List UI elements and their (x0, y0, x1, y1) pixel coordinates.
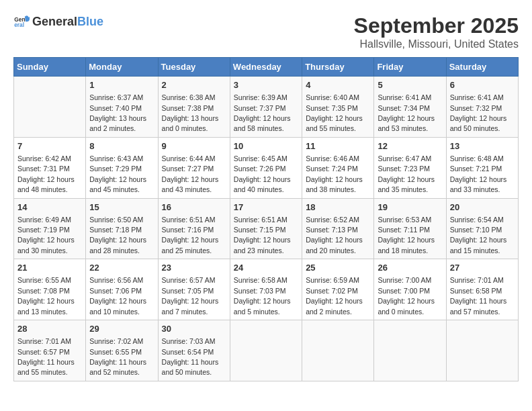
calendar-cell: 17Sunrise: 6:51 AMSunset: 7:15 PMDayligh… (230, 198, 302, 259)
calendar-cell: 15Sunrise: 6:50 AMSunset: 7:18 PMDayligh… (86, 198, 158, 259)
calendar-cell: 9Sunrise: 6:44 AMSunset: 7:27 PMDaylight… (158, 137, 230, 198)
calendar-cell: 23Sunrise: 6:57 AMSunset: 7:05 PMDayligh… (158, 259, 230, 320)
day-info: Sunrise: 6:38 AMSunset: 7:38 PMDaylight:… (162, 93, 219, 132)
weekday-row: SundayMondayTuesdayWednesdayThursdayFrid… (14, 58, 519, 77)
weekday-header-saturday: Saturday (446, 58, 518, 77)
calendar-body: 1Sunrise: 6:37 AMSunset: 7:40 PMDaylight… (14, 77, 519, 381)
day-number: 8 (89, 140, 154, 152)
calendar-cell: 7Sunrise: 6:42 AMSunset: 7:31 PMDaylight… (14, 137, 86, 198)
day-number: 30 (162, 323, 226, 335)
day-info: Sunrise: 6:59 AMSunset: 7:02 PMDaylight:… (306, 276, 363, 315)
calendar-cell: 30Sunrise: 7:03 AMSunset: 6:54 PMDayligh… (158, 320, 230, 381)
day-number: 15 (89, 201, 154, 214)
day-number: 7 (17, 140, 82, 152)
weekday-header-wednesday: Wednesday (230, 58, 302, 77)
day-info: Sunrise: 6:47 AMSunset: 7:23 PMDaylight:… (378, 154, 435, 193)
calendar-cell: 2Sunrise: 6:38 AMSunset: 7:38 PMDaylight… (158, 77, 230, 138)
calendar-week-3: 14Sunrise: 6:49 AMSunset: 7:19 PMDayligh… (14, 198, 519, 259)
logo-icon: Gen eral (13, 13, 30, 30)
calendar-cell: 19Sunrise: 6:53 AMSunset: 7:11 PMDayligh… (374, 198, 446, 259)
weekday-header-tuesday: Tuesday (158, 58, 230, 77)
weekday-header-thursday: Thursday (302, 58, 374, 77)
weekday-header-sunday: Sunday (14, 58, 86, 77)
day-info: Sunrise: 6:40 AMSunset: 7:35 PMDaylight:… (306, 93, 363, 132)
calendar-cell: 26Sunrise: 7:00 AMSunset: 7:00 PMDayligh… (374, 259, 446, 320)
day-number: 13 (450, 140, 515, 152)
day-number: 20 (450, 201, 515, 214)
day-info: Sunrise: 7:01 AMSunset: 6:57 PMDaylight:… (17, 337, 75, 376)
day-info: Sunrise: 6:41 AMSunset: 7:34 PMDaylight:… (378, 93, 435, 132)
day-info: Sunrise: 7:02 AMSunset: 6:55 PMDaylight:… (89, 337, 146, 376)
day-number: 18 (306, 201, 370, 214)
title-area: September 2025 Hallsville, Missouri, Uni… (354, 13, 519, 50)
day-info: Sunrise: 7:03 AMSunset: 6:54 PMDaylight:… (162, 337, 219, 376)
calendar-cell: 22Sunrise: 6:56 AMSunset: 7:06 PMDayligh… (86, 259, 158, 320)
day-info: Sunrise: 6:41 AMSunset: 7:32 PMDaylight:… (450, 93, 507, 132)
day-info: Sunrise: 6:53 AMSunset: 7:11 PMDaylight:… (378, 216, 435, 255)
weekday-header-monday: Monday (86, 58, 158, 77)
calendar-cell (302, 320, 374, 381)
day-info: Sunrise: 6:39 AMSunset: 7:37 PMDaylight:… (234, 93, 291, 132)
calendar-header: SundayMondayTuesdayWednesdayThursdayFrid… (14, 58, 519, 77)
day-number: 17 (234, 201, 298, 214)
weekday-header-friday: Friday (374, 58, 446, 77)
calendar-cell: 21Sunrise: 6:55 AMSunset: 7:08 PMDayligh… (14, 259, 86, 320)
calendar-cell: 29Sunrise: 7:02 AMSunset: 6:55 PMDayligh… (86, 320, 158, 381)
calendar-cell: 16Sunrise: 6:51 AMSunset: 7:16 PMDayligh… (158, 198, 230, 259)
day-number: 11 (306, 140, 370, 152)
location-title: Hallsville, Missouri, United States (354, 38, 519, 50)
day-info: Sunrise: 7:01 AMSunset: 6:58 PMDaylight:… (450, 276, 507, 315)
day-number: 27 (450, 262, 515, 274)
header-area: Gen eral GeneralBlue September 2025 Hall… (13, 13, 519, 50)
calendar-cell: 14Sunrise: 6:49 AMSunset: 7:19 PMDayligh… (14, 198, 86, 259)
calendar-week-5: 28Sunrise: 7:01 AMSunset: 6:57 PMDayligh… (14, 320, 519, 381)
day-number: 6 (450, 79, 515, 91)
day-number: 23 (162, 262, 226, 274)
day-number: 2 (162, 79, 226, 91)
day-info: Sunrise: 6:54 AMSunset: 7:10 PMDaylight:… (450, 216, 507, 255)
day-number: 12 (378, 140, 442, 152)
calendar-cell: 8Sunrise: 6:43 AMSunset: 7:29 PMDaylight… (86, 137, 158, 198)
day-info: Sunrise: 6:51 AMSunset: 7:15 PMDaylight:… (234, 216, 291, 255)
day-info: Sunrise: 6:56 AMSunset: 7:06 PMDaylight:… (89, 276, 146, 315)
logo: Gen eral GeneralBlue (13, 13, 103, 30)
day-info: Sunrise: 7:00 AMSunset: 7:00 PMDaylight:… (378, 276, 435, 315)
day-number: 16 (162, 201, 226, 214)
day-number: 19 (378, 201, 442, 214)
day-info: Sunrise: 6:55 AMSunset: 7:08 PMDaylight:… (17, 276, 75, 315)
day-number: 4 (306, 79, 370, 91)
day-info: Sunrise: 6:58 AMSunset: 7:03 PMDaylight:… (234, 276, 291, 315)
day-info: Sunrise: 6:42 AMSunset: 7:31 PMDaylight:… (17, 154, 75, 193)
calendar-cell: 12Sunrise: 6:47 AMSunset: 7:23 PMDayligh… (374, 137, 446, 198)
day-number: 22 (89, 262, 154, 274)
day-number: 3 (234, 79, 298, 91)
day-info: Sunrise: 6:57 AMSunset: 7:05 PMDaylight:… (162, 276, 219, 315)
calendar-cell (14, 77, 86, 138)
day-info: Sunrise: 6:46 AMSunset: 7:24 PMDaylight:… (306, 154, 363, 193)
calendar-cell (374, 320, 446, 381)
calendar-cell: 10Sunrise: 6:45 AMSunset: 7:26 PMDayligh… (230, 137, 302, 198)
calendar-cell: 24Sunrise: 6:58 AMSunset: 7:03 PMDayligh… (230, 259, 302, 320)
calendar-cell: 18Sunrise: 6:52 AMSunset: 7:13 PMDayligh… (302, 198, 374, 259)
day-number: 28 (17, 323, 82, 335)
day-number: 5 (378, 79, 442, 91)
calendar-week-4: 21Sunrise: 6:55 AMSunset: 7:08 PMDayligh… (14, 259, 519, 320)
day-number: 29 (89, 323, 154, 335)
day-number: 14 (17, 201, 82, 214)
svg-text:eral: eral (14, 21, 24, 28)
calendar-week-1: 1Sunrise: 6:37 AMSunset: 7:40 PMDaylight… (14, 77, 519, 138)
logo-text: GeneralBlue (32, 15, 103, 29)
day-info: Sunrise: 6:49 AMSunset: 7:19 PMDaylight:… (17, 216, 75, 255)
calendar-cell: 25Sunrise: 6:59 AMSunset: 7:02 PMDayligh… (302, 259, 374, 320)
day-number: 10 (234, 140, 298, 152)
calendar-week-2: 7Sunrise: 6:42 AMSunset: 7:31 PMDaylight… (14, 137, 519, 198)
day-info: Sunrise: 6:52 AMSunset: 7:13 PMDaylight:… (306, 216, 363, 255)
calendar-cell: 5Sunrise: 6:41 AMSunset: 7:34 PMDaylight… (374, 77, 446, 138)
month-title: September 2025 (354, 13, 519, 38)
day-info: Sunrise: 6:43 AMSunset: 7:29 PMDaylight:… (89, 154, 146, 193)
calendar-cell: 11Sunrise: 6:46 AMSunset: 7:24 PMDayligh… (302, 137, 374, 198)
day-info: Sunrise: 6:44 AMSunset: 7:27 PMDaylight:… (162, 154, 219, 193)
calendar-cell (230, 320, 302, 381)
calendar-table: SundayMondayTuesdayWednesdayThursdayFrid… (13, 57, 519, 381)
day-info: Sunrise: 6:37 AMSunset: 7:40 PMDaylight:… (89, 93, 146, 132)
